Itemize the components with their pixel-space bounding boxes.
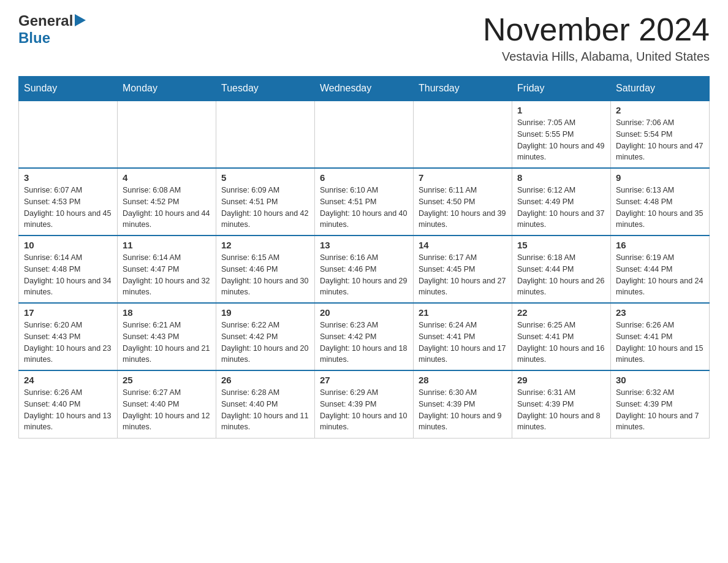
header: General Blue November 2024 Vestavia Hill… [18,12,710,64]
day-number: 28 [419,375,507,385]
day-number: 7 [419,172,507,183]
day-info: Sunrise: 6:18 AMSunset: 4:44 PMDaylight:… [517,252,605,298]
day-number: 20 [320,307,408,318]
day-number: 18 [123,307,211,318]
day-info: Sunrise: 6:07 AMSunset: 4:53 PMDaylight:… [24,185,112,231]
day-info: Sunrise: 6:15 AMSunset: 4:46 PMDaylight:… [221,252,309,298]
calendar-cell: 6Sunrise: 6:10 AMSunset: 4:51 PMDaylight… [315,168,414,236]
day-number: 17 [24,307,112,318]
calendar-cell [19,101,118,168]
calendar-cell: 17Sunrise: 6:20 AMSunset: 4:43 PMDayligh… [19,303,118,370]
day-info: Sunrise: 6:22 AMSunset: 4:42 PMDaylight:… [221,320,309,366]
weekday-header-wednesday: Wednesday [315,77,414,101]
day-number: 1 [517,105,605,115]
calendar-cell [216,101,315,168]
calendar-cell [118,101,216,168]
svg-marker-0 [75,14,86,26]
calendar-cell: 4Sunrise: 6:08 AMSunset: 4:52 PMDaylight… [118,168,216,236]
day-info: Sunrise: 6:28 AMSunset: 4:40 PMDaylight:… [221,387,309,433]
day-number: 24 [24,375,112,385]
day-info: Sunrise: 7:05 AMSunset: 5:55 PMDaylight:… [517,117,605,163]
calendar-cell: 23Sunrise: 6:26 AMSunset: 4:41 PMDayligh… [611,303,710,370]
logo-general-text: General [18,12,73,29]
logo-triangle-icon [75,14,86,29]
day-info: Sunrise: 6:13 AMSunset: 4:48 PMDaylight:… [616,185,704,231]
day-number: 2 [616,105,704,115]
day-number: 4 [123,172,211,183]
week-row-3: 10Sunrise: 6:14 AMSunset: 4:48 PMDayligh… [19,236,710,303]
calendar-cell: 22Sunrise: 6:25 AMSunset: 4:41 PMDayligh… [512,303,611,370]
weekday-header-thursday: Thursday [414,77,512,101]
calendar-cell: 29Sunrise: 6:31 AMSunset: 4:39 PMDayligh… [512,370,611,438]
day-info: Sunrise: 6:26 AMSunset: 4:41 PMDaylight:… [616,320,704,366]
weekday-header-row: SundayMondayTuesdayWednesdayThursdayFrid… [19,77,710,101]
weekday-header-tuesday: Tuesday [216,77,315,101]
day-number: 10 [24,240,112,250]
week-row-4: 17Sunrise: 6:20 AMSunset: 4:43 PMDayligh… [19,303,710,370]
weekday-header-friday: Friday [512,77,611,101]
day-info: Sunrise: 6:08 AMSunset: 4:52 PMDaylight:… [123,185,211,231]
weekday-header-sunday: Sunday [19,77,118,101]
day-number: 25 [123,375,211,385]
calendar-cell: 5Sunrise: 6:09 AMSunset: 4:51 PMDaylight… [216,168,315,236]
calendar-cell: 12Sunrise: 6:15 AMSunset: 4:46 PMDayligh… [216,236,315,303]
calendar-cell: 30Sunrise: 6:32 AMSunset: 4:39 PMDayligh… [611,370,710,438]
day-info: Sunrise: 6:10 AMSunset: 4:51 PMDaylight:… [320,185,408,231]
calendar-cell: 18Sunrise: 6:21 AMSunset: 4:43 PMDayligh… [118,303,216,370]
day-info: Sunrise: 6:09 AMSunset: 4:51 PMDaylight:… [221,185,309,231]
day-info: Sunrise: 6:23 AMSunset: 4:42 PMDaylight:… [320,320,408,366]
day-info: Sunrise: 6:29 AMSunset: 4:39 PMDaylight:… [320,387,408,433]
week-row-5: 24Sunrise: 6:26 AMSunset: 4:40 PMDayligh… [19,370,710,438]
calendar-cell: 19Sunrise: 6:22 AMSunset: 4:42 PMDayligh… [216,303,315,370]
logo: General Blue [18,12,86,47]
day-number: 8 [517,172,605,183]
calendar-table: SundayMondayTuesdayWednesdayThursdayFrid… [18,76,710,439]
day-info: Sunrise: 6:32 AMSunset: 4:39 PMDaylight:… [616,387,704,433]
day-info: Sunrise: 6:20 AMSunset: 4:43 PMDaylight:… [24,320,112,366]
calendar-cell: 25Sunrise: 6:27 AMSunset: 4:40 PMDayligh… [118,370,216,438]
day-info: Sunrise: 6:14 AMSunset: 4:48 PMDaylight:… [24,252,112,298]
day-number: 12 [221,240,309,250]
calendar-cell: 27Sunrise: 6:29 AMSunset: 4:39 PMDayligh… [315,370,414,438]
day-number: 22 [517,307,605,318]
day-number: 5 [221,172,309,183]
calendar-cell: 1Sunrise: 7:05 AMSunset: 5:55 PMDaylight… [512,101,611,168]
day-number: 15 [517,240,605,250]
calendar-cell: 7Sunrise: 6:11 AMSunset: 4:50 PMDaylight… [414,168,512,236]
day-info: Sunrise: 6:14 AMSunset: 4:47 PMDaylight:… [123,252,211,298]
day-number: 9 [616,172,704,183]
day-number: 13 [320,240,408,250]
location-title: Vestavia Hills, Alabama, United States [483,50,710,64]
day-number: 30 [616,375,704,385]
calendar-cell: 20Sunrise: 6:23 AMSunset: 4:42 PMDayligh… [315,303,414,370]
day-number: 16 [616,240,704,250]
month-title: November 2024 [483,12,710,47]
day-info: Sunrise: 6:17 AMSunset: 4:45 PMDaylight:… [419,252,507,298]
calendar-cell: 10Sunrise: 6:14 AMSunset: 4:48 PMDayligh… [19,236,118,303]
day-info: Sunrise: 6:12 AMSunset: 4:49 PMDaylight:… [517,185,605,231]
weekday-header-saturday: Saturday [611,77,710,101]
calendar-cell: 26Sunrise: 6:28 AMSunset: 4:40 PMDayligh… [216,370,315,438]
calendar-cell: 11Sunrise: 6:14 AMSunset: 4:47 PMDayligh… [118,236,216,303]
day-number: 11 [123,240,211,250]
calendar-cell: 13Sunrise: 6:16 AMSunset: 4:46 PMDayligh… [315,236,414,303]
logo-blue-text: Blue [18,29,50,46]
weekday-header-monday: Monday [118,77,216,101]
day-info: Sunrise: 6:19 AMSunset: 4:44 PMDaylight:… [616,252,704,298]
day-info: Sunrise: 6:30 AMSunset: 4:39 PMDaylight:… [419,387,507,433]
calendar-cell [414,101,512,168]
day-info: Sunrise: 6:11 AMSunset: 4:50 PMDaylight:… [419,185,507,231]
day-info: Sunrise: 6:27 AMSunset: 4:40 PMDaylight:… [123,387,211,433]
day-info: Sunrise: 7:06 AMSunset: 5:54 PMDaylight:… [616,117,704,163]
week-row-2: 3Sunrise: 6:07 AMSunset: 4:53 PMDaylight… [19,168,710,236]
day-info: Sunrise: 6:31 AMSunset: 4:39 PMDaylight:… [517,387,605,433]
calendar-cell: 15Sunrise: 6:18 AMSunset: 4:44 PMDayligh… [512,236,611,303]
day-number: 21 [419,307,507,318]
calendar-cell: 16Sunrise: 6:19 AMSunset: 4:44 PMDayligh… [611,236,710,303]
calendar-cell: 28Sunrise: 6:30 AMSunset: 4:39 PMDayligh… [414,370,512,438]
calendar-cell: 21Sunrise: 6:24 AMSunset: 4:41 PMDayligh… [414,303,512,370]
calendar-cell: 3Sunrise: 6:07 AMSunset: 4:53 PMDaylight… [19,168,118,236]
day-number: 27 [320,375,408,385]
day-info: Sunrise: 6:16 AMSunset: 4:46 PMDaylight:… [320,252,408,298]
calendar-cell: 9Sunrise: 6:13 AMSunset: 4:48 PMDaylight… [611,168,710,236]
